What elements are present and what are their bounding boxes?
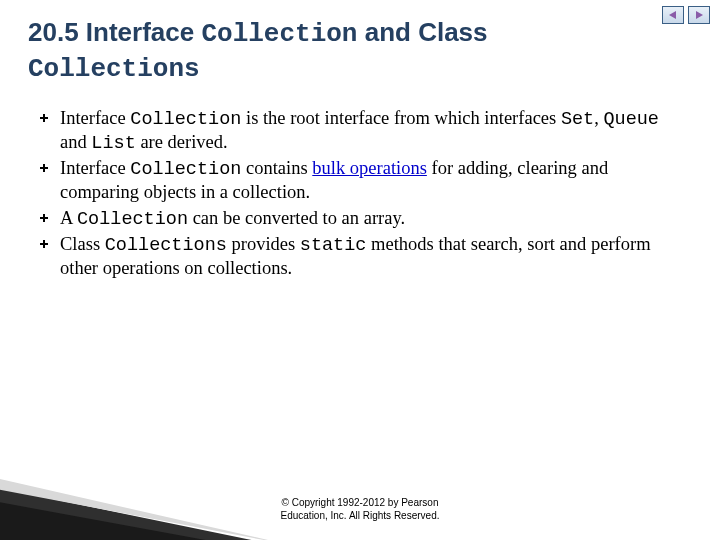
- code: Queue: [603, 109, 659, 130]
- list-item: Interface Collection is the root interfa…: [34, 107, 686, 155]
- bullet-list: Interface Collection is the root interfa…: [28, 107, 692, 280]
- text: contains: [241, 158, 312, 178]
- svg-marker-1: [696, 11, 703, 19]
- title-text-and-class: and Class: [357, 17, 487, 47]
- text: provides: [227, 234, 300, 254]
- text: and: [60, 132, 91, 152]
- title-code-collections: Collections: [28, 54, 200, 84]
- text: Interface: [60, 108, 130, 128]
- text: are derived.: [136, 132, 228, 152]
- text: A: [60, 208, 77, 228]
- code: Collection: [77, 209, 188, 230]
- code: static: [300, 235, 367, 256]
- list-item: A Collection can be converted to an arra…: [34, 207, 686, 231]
- prev-button[interactable]: [662, 6, 684, 24]
- title-text-interface: Interface: [79, 17, 202, 47]
- triangle-right-icon: [694, 10, 704, 20]
- nav-buttons: [662, 6, 710, 24]
- code: Collections: [105, 235, 227, 256]
- text: Interface: [60, 158, 130, 178]
- code: Collection: [130, 109, 241, 130]
- text: is the root interface from which interfa…: [241, 108, 561, 128]
- copyright-line2: Education, Inc. All Rights Reserved.: [281, 510, 440, 521]
- code: Collection: [130, 159, 241, 180]
- svg-marker-0: [669, 11, 676, 19]
- title-section-number: 20.5: [28, 17, 79, 47]
- text: can be converted to an array.: [188, 208, 405, 228]
- text: Class: [60, 234, 105, 254]
- slide: 20.5 Interface Collection and Class Coll…: [0, 0, 720, 540]
- copyright-line1: © Copyright 1992-2012 by Pearson: [282, 497, 439, 508]
- next-button[interactable]: [688, 6, 710, 24]
- code: List: [91, 133, 135, 154]
- triangle-left-icon: [668, 10, 678, 20]
- title-code-collection: Collection: [201, 19, 357, 49]
- list-item: Interface Collection contains bulk opera…: [34, 157, 686, 204]
- code: Set: [561, 109, 594, 130]
- copyright: © Copyright 1992-2012 by Pearson Educati…: [0, 496, 720, 522]
- list-item: Class Collections provides static method…: [34, 233, 686, 280]
- link-bulk-operations[interactable]: bulk operations: [312, 158, 427, 178]
- slide-title: 20.5 Interface Collection and Class Coll…: [28, 16, 692, 85]
